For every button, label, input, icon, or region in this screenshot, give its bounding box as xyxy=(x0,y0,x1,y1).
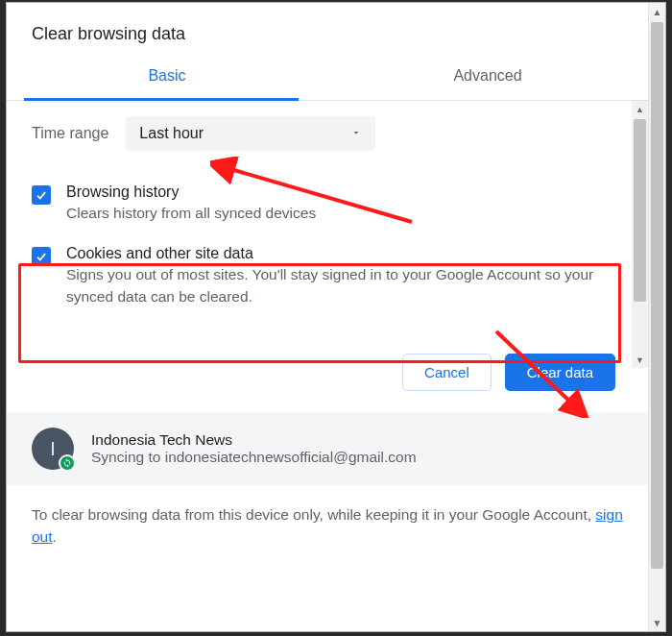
tab-basic-label: Basic xyxy=(148,67,185,84)
footnote-suffix: . xyxy=(53,528,57,545)
scroll-track[interactable] xyxy=(632,117,648,352)
sync-icon xyxy=(62,458,72,468)
check-icon xyxy=(35,188,48,202)
option-browsing-history: Browsing history Clears history from all… xyxy=(32,178,607,239)
dialog-actions: Cancel Clear data xyxy=(7,332,648,412)
option-desc: Signs you out of most sites. You'll stay… xyxy=(66,264,607,307)
window-frame: Clear browsing data Basic Advanced Time … xyxy=(6,2,666,632)
option-desc: Clears history from all synced devices xyxy=(66,203,316,224)
account-email: indonesiatechnewsofficial@gmail.com xyxy=(165,449,417,465)
scroll-track[interactable] xyxy=(649,20,665,614)
time-range-select[interactable]: Last hour xyxy=(126,116,375,151)
scroll-thumb[interactable] xyxy=(634,119,646,302)
scroll-up-icon[interactable]: ▲ xyxy=(649,3,665,20)
clear-data-label: Clear data xyxy=(527,364,593,380)
cancel-label: Cancel xyxy=(424,364,469,380)
scroll-up-icon[interactable]: ▲ xyxy=(632,101,648,117)
sync-prefix: Syncing to xyxy=(91,449,165,465)
checkbox-cookies[interactable] xyxy=(32,247,51,266)
tab-advanced[interactable]: Advanced xyxy=(327,54,648,100)
outer-scrollbar[interactable]: ▲ ▼ xyxy=(648,3,665,631)
footnote-prefix: To clear browsing data from this device … xyxy=(32,506,595,523)
checkbox-browsing-history[interactable] xyxy=(32,185,51,205)
cancel-button[interactable]: Cancel xyxy=(402,354,492,391)
scroll-down-icon[interactable]: ▼ xyxy=(632,352,648,368)
scroll-thumb[interactable] xyxy=(651,22,663,569)
account-name: Indonesia Tech News xyxy=(91,431,417,449)
check-icon xyxy=(35,250,48,263)
clear-data-button[interactable]: Clear data xyxy=(505,354,615,391)
account-strip: I Indonesia Tech News Syncing to indones… xyxy=(7,412,648,485)
chevron-down-icon xyxy=(350,125,362,142)
option-title: Cookies and other site data xyxy=(66,245,607,262)
sync-badge xyxy=(59,454,76,472)
footnote: To clear browsing data from this device … xyxy=(7,485,648,565)
account-sync-status: Syncing to indonesiatechnewsofficial@gma… xyxy=(91,449,417,466)
time-range-value: Last hour xyxy=(139,125,204,142)
inner-scrollbar[interactable]: ▲ ▼ xyxy=(632,101,648,368)
option-cookies: Cookies and other site data Signs you ou… xyxy=(32,239,607,323)
avatar-initial: I xyxy=(50,438,56,460)
clear-browsing-data-dialog: Clear browsing data Basic Advanced Time … xyxy=(7,3,648,631)
scroll-down-icon[interactable]: ▼ xyxy=(649,614,665,631)
options-panel: Time range Last hour Browsing history xyxy=(7,101,648,332)
tab-advanced-label: Advanced xyxy=(453,67,521,84)
option-title: Browsing history xyxy=(66,183,316,201)
tab-basic[interactable]: Basic xyxy=(7,54,327,100)
tab-bar: Basic Advanced xyxy=(7,54,648,101)
avatar: I xyxy=(32,428,74,470)
time-range-label: Time range xyxy=(32,125,108,142)
dialog-title: Clear browsing data xyxy=(7,3,648,54)
